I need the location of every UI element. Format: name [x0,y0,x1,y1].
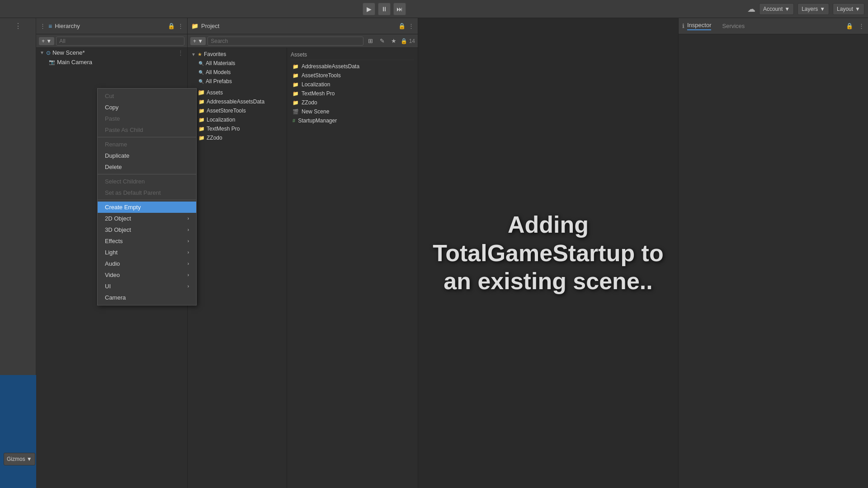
all-prefabs-item[interactable]: 🔍 All Prefabs [188,77,287,86]
ctx-ui-arrow-icon: › [188,284,189,289]
hierarchy-search-input[interactable] [56,37,184,46]
project-icon-btn-2[interactable]: ✎ [377,36,387,46]
ctx-sep-3 [98,200,196,200]
gutter-dots[interactable]: ⋮ [13,18,24,34]
asset-textmesh[interactable]: 📁 TextMesh Pro [291,89,414,98]
top-toolbar: ▶ ⏸ ⏭ ☁ Account ▼ Layers ▼ Layout ▼ [0,0,868,18]
asset-newscene[interactable]: 🎬 New Scene [291,107,414,116]
asset-zzodo[interactable]: 📁 ZZodo [291,98,414,107]
assets-area: Assets 📁 AddressableAssetsData 📁 AssetSt… [287,48,418,488]
tree-zzodo[interactable]: 📁 ZZodo [188,133,287,142]
tree-textmesh[interactable]: 📁 TextMesh Pro [188,124,287,133]
ctx-ui[interactable]: UI › [98,281,196,292]
layout-label: Layout [837,6,853,12]
ctx-video[interactable]: Video › [98,269,196,281]
scene-view-preview [0,375,36,488]
camera-icon: 📷 [49,59,55,65]
project-add-button[interactable]: + ▼ [190,37,206,45]
account-label: Account [763,6,783,12]
all-models-item[interactable]: 🔍 All Models [188,68,287,77]
asset-startupmanager-icon: # [292,118,295,123]
hierarchy-more-icon[interactable]: ⋮ [178,23,184,29]
hierarchy-header: ⋮ ≡ Hierarchy 🔒 ⋮ [36,18,187,34]
project-lock-icon[interactable]: 🔒 [398,23,406,29]
project-icon-btn-3[interactable]: ★ [389,36,399,46]
cloud-icon[interactable]: ☁ [747,4,755,14]
project-title: Project [201,23,219,29]
hierarchy-dots-icon: ⋮ [40,23,46,29]
services-tab[interactable]: Services [722,23,745,29]
ctx-create-empty[interactable]: Create Empty [98,202,196,213]
pause-button[interactable]: ⏸ [378,3,391,15]
scene-name: New Scene* [52,49,85,56]
tree-zzodo-icon: 📁 [198,135,205,141]
assets-area-title: Assets [291,50,414,60]
scene-item[interactable]: ▼ ⊙ New Scene* ⋮ [36,48,187,57]
ctx-3d-object[interactable]: 3D Object › [98,224,196,235]
ctx-effects[interactable]: Effects › [98,235,196,247]
ctx-copy[interactable]: Copy [98,102,196,113]
ctx-light[interactable]: Light › [98,247,196,258]
ctx-paste-as-child[interactable]: Paste As Child [98,124,196,136]
all-materials-item[interactable]: 🔍 All Materials [188,59,287,68]
hierarchy-title: Hierarchy [55,23,80,29]
tree-zzodo-label: ZZodo [207,135,222,141]
hierarchy-panel-icon: ≡ [48,23,52,30]
ctx-set-default-parent[interactable]: Set as Default Parent [98,187,196,198]
layers-dropdown[interactable]: Layers ▼ [797,3,829,15]
hierarchy-add-button[interactable]: + ▼ [39,37,54,45]
gizmos-button[interactable]: Gizmos ▼ [4,453,35,465]
toolbar-right: ☁ Account ▼ Layers ▼ Layout ▼ [747,3,864,15]
account-dropdown[interactable]: Account ▼ [759,3,794,15]
ctx-audio[interactable]: Audio › [98,258,196,269]
asset-addressable[interactable]: 📁 AddressableAssetsData [291,62,414,71]
favorites-label: Favorites [204,51,226,57]
scene-expand-icon: ▼ [40,50,44,55]
play-button[interactable]: ▶ [363,3,375,15]
project-header: 📁 Project 🔒 ⋮ [188,18,418,34]
assets-tree-item[interactable]: ▼ 📁 Assets [188,88,287,97]
tree-addressable[interactable]: 📁 AddressableAssetsData [188,97,287,106]
layout-chevron-icon: ▼ [855,6,860,12]
project-tree: ▼ ★ Favorites 🔍 All Materials 🔍 All Mode… [188,48,287,488]
inspector-info-icon: ℹ [682,23,684,29]
ctx-cut[interactable]: Cut [98,90,196,102]
all-materials-label: All Materials [206,60,235,66]
inspector-more-icon[interactable]: ⋮ [859,23,864,29]
tree-localization-label: Localization [207,117,235,123]
hierarchy-lock-icon[interactable]: 🔒 [168,23,175,29]
ctx-3d-arrow-icon: › [188,227,189,232]
inspector-lock-icon[interactable]: 🔒 [846,23,853,29]
assets-tree-label: Assets [207,89,223,96]
camera-item[interactable]: 📷 Main Camera [36,57,187,67]
project-toolbar: + ▼ ⊞ ✎ ★ 🔒 14 [188,34,418,48]
asset-assetstore[interactable]: 📁 AssetStoreTools [291,71,414,80]
all-prefabs-label: All Prefabs [206,78,232,84]
ctx-delete[interactable]: Delete [98,161,196,173]
scene-item-dots[interactable]: ⋮ [178,49,184,56]
ctx-camera[interactable]: Camera [98,292,196,303]
asset-localization[interactable]: 📁 Localization [291,80,414,89]
ctx-rename[interactable]: Rename [98,139,196,150]
ctx-select-children[interactable]: Select Children [98,176,196,187]
favorites-item[interactable]: ▼ ★ Favorites [188,50,287,59]
all-models-search-icon: 🔍 [198,70,204,75]
ctx-duplicate[interactable]: Duplicate [98,150,196,161]
ctx-paste[interactable]: Paste [98,113,196,124]
project-search-input[interactable] [208,37,363,46]
ctx-2d-object[interactable]: 2D Object › [98,213,196,224]
step-button[interactable]: ⏭ [393,3,406,15]
inspector-tab[interactable]: Inspector [687,22,711,30]
tree-localization-icon: 📁 [198,117,205,123]
inspector-header: ℹ Inspector Services 🔒 ⋮ [679,18,868,34]
tree-assetstore[interactable]: 📁 AssetStoreTools [188,106,287,115]
asset-startupmanager[interactable]: # StartupManager [291,116,414,125]
all-materials-search-icon: 🔍 [198,61,204,66]
project-more-icon[interactable]: ⋮ [408,23,414,29]
tree-localization[interactable]: 📁 Localization [188,115,287,124]
favorites-star-icon: ★ [198,52,202,57]
overlay-text: Adding TotalGameStartup to an existing s… [418,211,678,295]
project-icon-btn-1[interactable]: ⊞ [365,36,375,46]
layout-dropdown[interactable]: Layout ▼ [833,3,864,15]
inspector-panel: ℹ Inspector Services 🔒 ⋮ [678,18,868,488]
